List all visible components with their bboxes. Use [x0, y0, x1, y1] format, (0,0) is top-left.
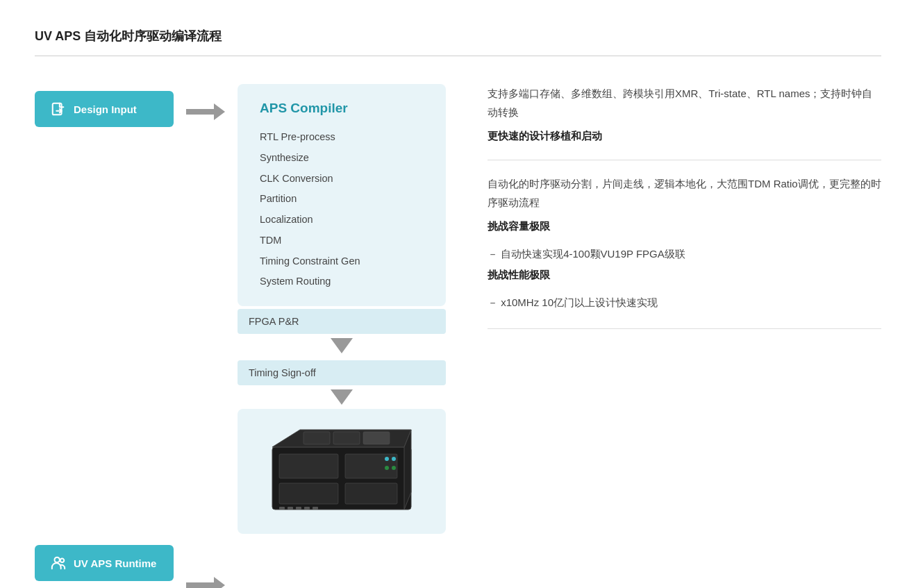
svg-point-17 [392, 457, 396, 461]
hardware-box [238, 409, 446, 534]
svg-point-22 [60, 559, 65, 563]
main-layout: Design Input APS Compiler RTL Pre-proces… [35, 84, 881, 588]
desc-block-bottom: 自动化的时序驱动分割，片间走线，逻辑本地化，大范围TDM Ratio调优，更完整… [488, 174, 881, 312]
design-input-label: Design Input [74, 103, 137, 115]
uv-aps-runtime-button[interactable]: UV APS Runtime [35, 545, 174, 581]
svg-point-19 [392, 466, 396, 470]
svg-rect-16 [313, 507, 318, 510]
desc-divider-2 [488, 328, 881, 329]
svg-rect-7 [363, 432, 390, 444]
list-item: CLK Conversion [260, 169, 424, 190]
list-item: TDM [260, 230, 424, 251]
list-item: System Routing [260, 271, 424, 292]
list-item: Timing Constraint Gen [260, 251, 424, 272]
arrow-head-bottom [214, 577, 225, 588]
top-flow-row: Design Input APS Compiler RTL Pre-proces… [35, 84, 446, 534]
desc-divider-1 [488, 160, 881, 160]
top-divider [35, 56, 881, 56]
down-arrow-wrapper-2 [331, 389, 353, 405]
svg-point-21 [55, 557, 60, 562]
desc-bold-1: 更快速的设计移植和启动 [488, 130, 881, 143]
arrow-body [186, 109, 214, 115]
list-item: Partition [260, 189, 424, 210]
svg-point-18 [385, 457, 389, 461]
desc-bullet-1: － 自动快速实现4-100颗VU19P FPGA级联 [488, 244, 881, 263]
svg-rect-10 [279, 483, 338, 504]
left-bottom-buttons: UV APS Runtime Debugger [35, 545, 174, 588]
document-import-icon [50, 101, 67, 117]
svg-rect-15 [304, 507, 310, 510]
compiler-box: APS Compiler RTL Pre-process Synthesize … [238, 84, 446, 306]
svg-rect-12 [279, 507, 285, 510]
arrow-runtime-to-hardware [174, 577, 238, 588]
compiler-title: APS Compiler [260, 101, 424, 116]
list-item: Localization [260, 210, 424, 230]
fpga-pr-item: FPGA P&R [238, 309, 446, 334]
down-arrow-wrapper [331, 338, 353, 353]
desc-block-top: 支持多端口存储、多维数组、跨模块引用XMR、Tri-state、RTL name… [488, 84, 881, 143]
svg-rect-5 [303, 432, 330, 444]
bottom-flow-row: UV APS Runtime Debugger [35, 545, 446, 588]
arrow-head [214, 103, 225, 120]
arrow-shape [186, 103, 225, 120]
svg-rect-11 [345, 483, 397, 504]
design-input-button[interactable]: Design Input [35, 91, 174, 127]
arrow-shape-bottom [186, 577, 225, 588]
arrow-design-to-compiler [174, 84, 238, 120]
svg-point-20 [385, 466, 389, 470]
timing-signoff-item: Timing Sign-off [238, 360, 446, 385]
svg-rect-9 [345, 454, 397, 478]
svg-rect-8 [279, 454, 338, 478]
down-arrow-icon-2 [331, 389, 353, 405]
down-arrow-icon [331, 338, 353, 353]
desc-bold-3: 挑战性能极限 [488, 269, 881, 282]
desc-bold-2: 挑战容量极限 [488, 220, 881, 233]
hardware-image [258, 416, 425, 527]
svg-rect-13 [288, 507, 293, 510]
list-item: RTL Pre-process [260, 127, 424, 148]
uv-aps-runtime-label: UV APS Runtime [74, 557, 156, 569]
compiler-column: APS Compiler RTL Pre-process Synthesize … [238, 84, 446, 534]
page-title: UV APS 自动化时序驱动编译流程 [35, 28, 881, 44]
compiler-list: RTL Pre-process Synthesize CLK Conversio… [260, 127, 424, 292]
list-item: Synthesize [260, 148, 424, 169]
desc-bullet-2: － x10MHz 10亿门以上设计快速实现 [488, 293, 881, 312]
left-center-flow: Design Input APS Compiler RTL Pre-proces… [35, 84, 446, 588]
arrow-body-bottom [186, 582, 214, 588]
right-description: 支持多端口存储、多维数组、跨模块引用XMR、Tri-state、RTL name… [446, 84, 881, 343]
svg-rect-14 [296, 507, 301, 510]
person-icon [50, 555, 67, 571]
svg-rect-6 [333, 432, 360, 444]
desc-text-2: 自动化的时序驱动分割，片间走线，逻辑本地化，大范围TDM Ratio调优，更完整… [488, 174, 881, 212]
design-input-wrapper: Design Input [35, 84, 174, 127]
desc-text-1: 支持多端口存储、多维数组、跨模块引用XMR、Tri-state、RTL name… [488, 84, 881, 121]
